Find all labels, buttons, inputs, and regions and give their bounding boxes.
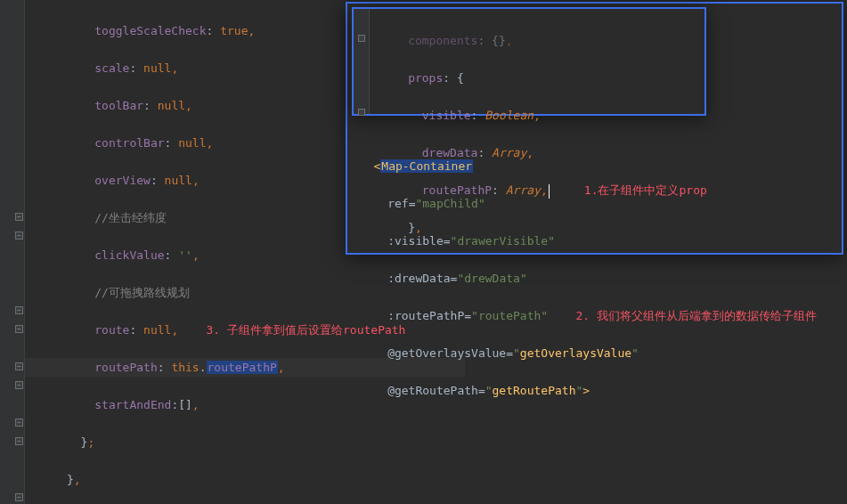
prop-key: props xyxy=(408,71,443,85)
attr-value: getOverlaysValue xyxy=(520,346,631,360)
this-ref: this xyxy=(171,361,199,374)
fold-icon[interactable]: − xyxy=(15,362,23,370)
prop-key: toolBar xyxy=(94,99,143,112)
prop-value: [] xyxy=(178,398,192,411)
prop-value: null xyxy=(165,174,192,187)
prop-key: overView xyxy=(94,174,151,187)
prop-key: clickValue xyxy=(94,248,164,262)
prop-key: toggleScaleCheck xyxy=(94,24,206,37)
fold-icon[interactable]: − xyxy=(15,437,23,445)
prop-key: startAndEnd xyxy=(94,398,171,411)
prop-key: components xyxy=(408,34,477,47)
highlighted-ref: routePathP xyxy=(207,361,278,374)
attr-value: getRoutePath xyxy=(493,384,576,397)
fold-icon[interactable]: − xyxy=(15,213,23,221)
prop-value: '' xyxy=(178,248,192,262)
annotation: 2. 我们将父组件从后端拿到的数据传给子组件 xyxy=(575,309,816,322)
prop-value: null xyxy=(143,61,171,75)
fold-icon[interactable]: − xyxy=(15,493,23,501)
annotation: 1.在子组件中定义prop xyxy=(584,183,707,197)
code-overlay-child: components: {}, props: { visible: Boolea… xyxy=(352,7,706,116)
prop-value: {} xyxy=(492,34,506,47)
prop-key: visible xyxy=(422,109,471,122)
prop-value: null xyxy=(143,323,171,337)
prop-value: null xyxy=(158,99,185,112)
prop-key: routePath xyxy=(94,361,157,374)
fold-icon[interactable]: − xyxy=(15,325,23,333)
attr: @getRoutePath xyxy=(387,384,478,397)
prop-key: route xyxy=(94,323,129,337)
attr: :routePathP xyxy=(387,309,464,322)
type: Array xyxy=(506,183,541,197)
attr: @getOverlaysValue xyxy=(387,346,506,360)
prop-key: controlBar xyxy=(94,136,164,150)
comment: //坐击经纬度 xyxy=(94,211,167,224)
type: Array xyxy=(492,146,526,159)
fold-icon[interactable]: − xyxy=(15,306,23,314)
prop-key: scale xyxy=(94,61,129,75)
fold-icon[interactable]: − xyxy=(15,419,23,427)
fold-icon[interactable]: − xyxy=(15,232,23,240)
editor-gutter: − − − − − − − − − xyxy=(0,0,25,504)
comment: //可拖拽路线规划 xyxy=(94,286,190,299)
prop-value: true xyxy=(220,24,248,37)
prop-key: drewData xyxy=(422,146,478,159)
fold-icon[interactable]: − xyxy=(15,381,23,389)
type: Boolean xyxy=(485,109,533,122)
prop-key: routePathP xyxy=(422,183,492,197)
prop-value: null xyxy=(178,136,206,150)
attr-value: routePath xyxy=(478,309,541,322)
